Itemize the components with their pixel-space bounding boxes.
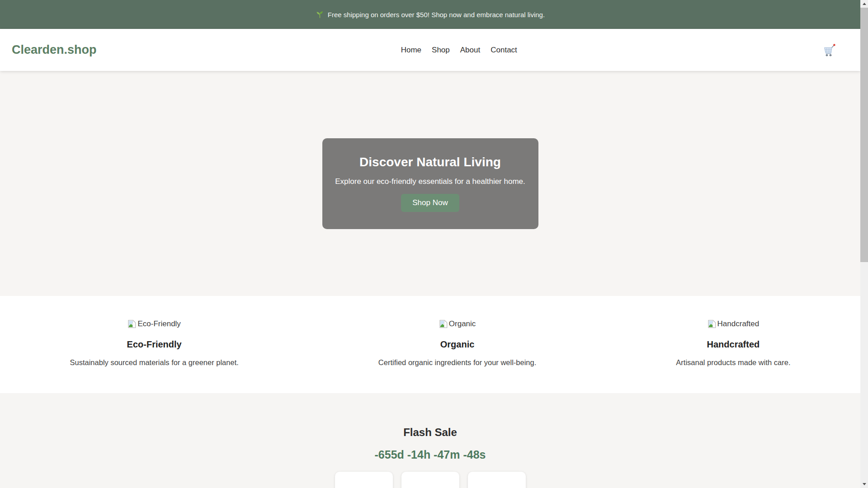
product-card-3[interactable]: Product 3 [468, 472, 526, 488]
feature-description: Certified organic ingredients for your w… [378, 358, 536, 367]
feature-title: Organic [378, 339, 536, 350]
feature-image-eco-friendly: Eco-Friendly [127, 319, 180, 328]
broken-image-icon [708, 319, 717, 328]
product-card-2[interactable]: Product 2 [401, 472, 459, 488]
product-card-row: Product 1 Product 2 [0, 472, 860, 488]
countdown-timer: -655d -14h -47m -48s [0, 448, 860, 461]
broken-image-icon [439, 319, 448, 328]
flash-sale-section: Flash Sale -655d -14h -47m -48s Product … [0, 393, 860, 488]
nav-link-shop[interactable]: Shop [432, 46, 450, 55]
product-image-2: Product 2 [409, 479, 452, 488]
feature-title: Eco-Friendly [70, 339, 239, 350]
promo-banner: Free shipping on orders over $50! Shop n… [0, 0, 860, 29]
product-image-3: Product 3 [475, 479, 518, 488]
scrollbar-up-arrow[interactable] [860, 0, 868, 8]
site-header: Clearden.shop Home Shop About Contact [0, 29, 860, 71]
feature-organic: Organic Organic Certified organic ingred… [378, 319, 536, 367]
broken-image-icon [127, 319, 137, 328]
hero-card: Discover Natural Living Explore our eco-… [322, 138, 538, 229]
nav-link-about[interactable]: About [460, 46, 480, 55]
cart-button[interactable] [821, 42, 838, 58]
image-alt-text: Eco-Friendly [137, 319, 180, 328]
scrollbar-thumb[interactable] [860, 8, 868, 262]
feature-image-organic: Organic [439, 319, 476, 328]
flash-sale-title: Flash Sale [0, 426, 860, 439]
feature-handcrafted: Handcrafted Handcrafted Artisanal produc… [676, 319, 790, 367]
seedling-icon [316, 10, 324, 19]
feature-eco-friendly: Eco-Friendly Eco-Friendly Sustainably so… [70, 319, 239, 367]
feature-description: Sustainably sourced materials for a gree… [70, 358, 239, 367]
feature-title: Handcrafted [676, 339, 790, 350]
scrollbar-down-arrow[interactable] [860, 480, 868, 488]
site-logo[interactable]: Clearden.shop [12, 43, 97, 57]
image-alt-text: Organic [449, 319, 476, 328]
nav-link-home[interactable]: Home [401, 46, 421, 55]
product-card-1[interactable]: Product 1 [335, 472, 393, 488]
feature-image-handcrafted: Handcrafted [708, 319, 760, 328]
main-nav: Home Shop About Contact [401, 46, 517, 55]
vertical-scrollbar[interactable] [860, 0, 868, 488]
hero-title: Discover Natural Living [359, 155, 501, 169]
shop-now-button[interactable]: Shop Now [401, 194, 459, 212]
banner-text: Free shipping on orders over $50! Shop n… [328, 11, 545, 19]
features-section: Eco-Friendly Eco-Friendly Sustainably so… [0, 296, 860, 393]
hero-subtitle: Explore our eco-friendly essentials for … [335, 177, 525, 186]
hero-section: Discover Natural Living Explore our eco-… [0, 71, 860, 296]
feature-description: Artisanal products made with care. [676, 358, 790, 367]
product-image-1: Product 1 [342, 479, 385, 488]
nav-link-contact[interactable]: Contact [491, 46, 517, 55]
page-content: Free shipping on orders over $50! Shop n… [0, 0, 860, 488]
shopping-cart-icon [822, 43, 836, 57]
image-alt-text: Handcrafted [717, 319, 760, 328]
